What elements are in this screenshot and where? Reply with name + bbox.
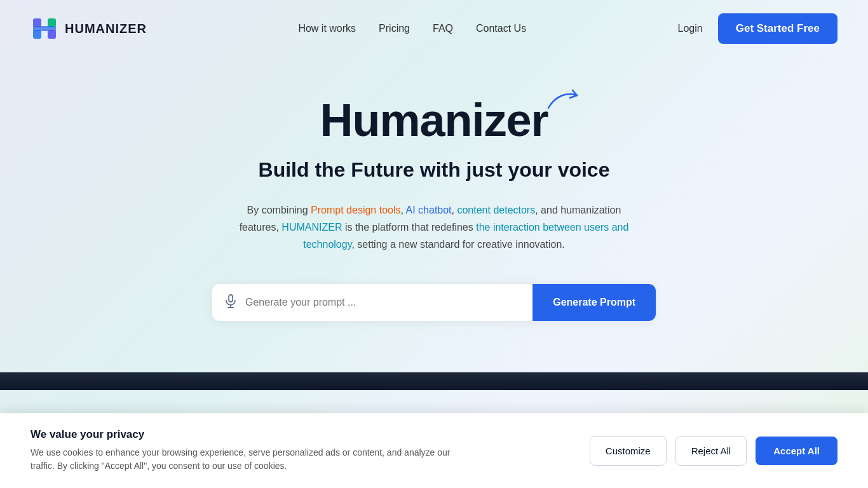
accept-all-button[interactable]: Accept All (756, 437, 837, 465)
logo-icon (31, 15, 58, 43)
hero-doodle-icon (542, 84, 587, 122)
svg-rect-2 (33, 30, 41, 39)
highlight-chatbot: AI chatbot (406, 205, 452, 215)
mic-icon (224, 294, 238, 311)
nav-links: How it works Pricing FAQ Contact Us (298, 23, 526, 34)
svg-rect-4 (48, 30, 56, 39)
highlight-humanizer: HUMANIZER (281, 222, 342, 233)
highlight-interaction: the interaction between users and techno… (303, 222, 628, 250)
hero-section: Humanizer Build the Future with just you… (0, 57, 868, 372)
svg-rect-6 (229, 295, 233, 302)
cookie-banner: We value your privacy We use cookies to … (0, 413, 868, 488)
svg-rect-1 (33, 18, 41, 27)
nav-link-faq[interactable]: FAQ (433, 23, 453, 34)
customize-button[interactable]: Customize (590, 436, 667, 466)
brand-logo[interactable]: HUMANIZER (31, 15, 147, 43)
brand-name: HUMANIZER (65, 22, 147, 36)
prompt-input-wrapper (212, 284, 532, 321)
cookie-actions: Customize Reject All Accept All (590, 436, 837, 466)
get-started-button[interactable]: Get Started Free (718, 13, 837, 44)
hero-description: By combining Prompt design tools, AI cha… (227, 201, 641, 254)
nav-link-how-it-works[interactable]: How it works (298, 23, 356, 34)
cookie-title: We value your privacy (31, 428, 475, 441)
dark-strip (0, 372, 868, 390)
cookie-text-block: We value your privacy We use cookies to … (31, 428, 475, 473)
hero-title: Humanizer (320, 95, 548, 146)
login-button[interactable]: Login (678, 23, 703, 34)
prompt-input[interactable] (245, 284, 521, 321)
nav-link-pricing[interactable]: Pricing (379, 23, 410, 34)
cookie-description: We use cookies to enhance your browsing … (31, 446, 475, 473)
reject-all-button[interactable]: Reject All (675, 436, 747, 466)
highlight-detectors: content detectors (457, 205, 535, 215)
svg-rect-5 (33, 26, 56, 31)
prompt-bar: Generate Prompt (212, 283, 656, 322)
hero-subtitle: Build the Future with just your voice (259, 157, 610, 184)
highlight-prompt: Prompt design tools (311, 205, 400, 215)
navbar: HUMANIZER How it works Pricing FAQ Conta… (0, 0, 868, 57)
hero-title-wrapper: Humanizer (320, 95, 548, 146)
svg-rect-3 (48, 18, 56, 27)
nav-link-contact[interactable]: Contact Us (476, 23, 526, 34)
nav-right: Login Get Started Free (678, 13, 837, 44)
generate-button[interactable]: Generate Prompt (532, 284, 656, 321)
